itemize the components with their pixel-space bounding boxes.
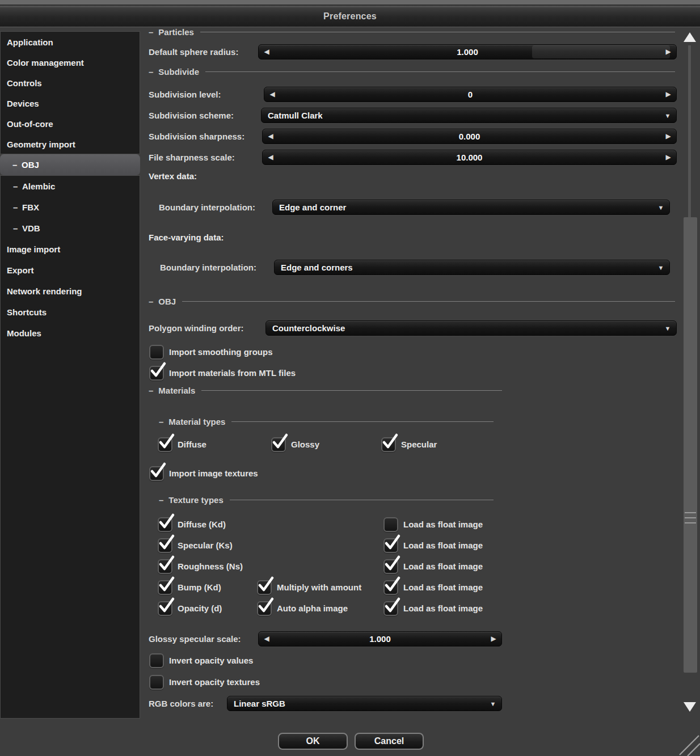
- checkbox-box[interactable]: [149, 675, 164, 690]
- default-sphere-radius-slider[interactable]: ◀ 1.000 ▶: [258, 44, 677, 60]
- slider-increment-icon[interactable]: ▶: [486, 632, 501, 646]
- section-divider: [205, 71, 675, 72]
- checkbox-box[interactable]: [158, 517, 172, 532]
- checkbox-box[interactable]: [271, 437, 286, 452]
- checkbox-texture-roughness-ns[interactable]: Roughness (Ns): [158, 559, 243, 574]
- sidebar-item-devices[interactable]: Devices: [1, 93, 140, 113]
- polygon-winding-order-dropdown[interactable]: Counterclockwise ▼: [265, 320, 677, 336]
- slider-increment-icon[interactable]: ▶: [660, 129, 676, 143]
- checkbox-box[interactable]: [257, 580, 272, 595]
- vertical-scrollbar[interactable]: [678, 27, 700, 719]
- sidebar-item-modules[interactable]: Modules: [1, 323, 140, 344]
- scrollbar-track[interactable]: [688, 45, 691, 217]
- checkmark-icon: [157, 576, 175, 594]
- scrollbar-thumb[interactable]: [684, 217, 697, 673]
- sidebar-item-geometry-import[interactable]: Geometry import: [1, 134, 140, 154]
- checkbox-box[interactable]: [149, 345, 164, 360]
- sidebar-item-network-rendering[interactable]: Network rendering: [1, 281, 140, 302]
- window-resize-grip[interactable]: [676, 732, 700, 756]
- checkbox-opacity-load-float[interactable]: Load as float image: [383, 601, 483, 616]
- slider-thumb[interactable]: [532, 45, 670, 58]
- checkbox-diffuse-load-float[interactable]: Load as float image: [383, 517, 483, 532]
- scroll-down-icon[interactable]: [684, 702, 696, 712]
- checkbox-box[interactable]: [149, 653, 164, 668]
- title-bar[interactable]: Preferences: [0, 6, 700, 27]
- chevron-down-icon[interactable]: ▼: [659, 112, 676, 119]
- slider-decrement-icon[interactable]: ◀: [263, 129, 279, 143]
- checkbox-box[interactable]: [383, 601, 398, 616]
- subdivision-scheme-dropdown[interactable]: Catmull Clark ▼: [261, 108, 677, 123]
- sidebar-item-shortcuts[interactable]: Shortcuts: [1, 302, 140, 323]
- rgb-colors-are-dropdown[interactable]: Linear sRGB ▼: [227, 696, 502, 711]
- sidebar-item-image-import[interactable]: Image import: [1, 239, 140, 260]
- scroll-up-icon[interactable]: [684, 32, 696, 42]
- slider-decrement-icon[interactable]: ◀: [259, 632, 275, 646]
- checkbox-texture-opacity-d[interactable]: Opacity (d): [158, 601, 222, 616]
- sidebar-item-vdb[interactable]: –VDB: [1, 218, 140, 239]
- slider-decrement-icon[interactable]: ◀: [259, 45, 275, 59]
- checkbox-box[interactable]: [149, 466, 164, 481]
- vertex-boundary-interpolation-dropdown[interactable]: Edge and corner ▼: [272, 200, 670, 215]
- chevron-down-icon[interactable]: ▼: [652, 204, 669, 211]
- slider-increment-icon[interactable]: ▶: [660, 150, 676, 164]
- checkbox-box[interactable]: [381, 437, 396, 452]
- face-varying-data-heading: Face-varying data:: [149, 231, 224, 244]
- sidebar-item-controls[interactable]: Controls: [1, 73, 140, 93]
- section-divider: [231, 421, 494, 422]
- checkbox-box[interactable]: [158, 559, 172, 574]
- sidebar-item-alembic[interactable]: –Alembic: [1, 176, 140, 197]
- checkbox-box[interactable]: [158, 538, 172, 553]
- subdivision-level-slider[interactable]: ◀ 0 ▶: [264, 87, 677, 102]
- sidebar-item-obj-selected[interactable]: – OBJ: [0, 154, 140, 175]
- checkbox-import-materials-mtl[interactable]: Import materials from MTL files: [149, 366, 296, 381]
- file-sharpness-scale-slider[interactable]: ◀ 10.000 ▶: [262, 150, 677, 165]
- checkbox-texture-diffuse-kd[interactable]: Diffuse (Kd): [158, 517, 226, 532]
- checkbox-bump-multiply-amount[interactable]: Multiply with amount: [257, 580, 361, 595]
- checkbox-box[interactable]: [383, 559, 398, 574]
- checkbox-material-specular[interactable]: Specular: [381, 437, 437, 452]
- checkbox-roughness-load-float[interactable]: Load as float image: [383, 559, 483, 574]
- subdivision-sharpness-slider[interactable]: ◀ 0.000 ▶: [262, 129, 677, 144]
- checkbox-box[interactable]: [158, 601, 172, 616]
- section-divider: [182, 301, 675, 302]
- checkbox-material-glossy[interactable]: Glossy: [271, 437, 319, 452]
- face-boundary-interpolation-dropdown[interactable]: Edge and corners ▼: [274, 260, 670, 275]
- sidebar-item-export[interactable]: Export: [1, 260, 140, 281]
- checkbox-box[interactable]: [383, 580, 398, 595]
- ok-button[interactable]: OK: [278, 733, 348, 750]
- checkbox-box[interactable]: [149, 366, 164, 381]
- dropdown-value: Catmull Clark: [262, 111, 659, 120]
- sidebar-item-out-of-core[interactable]: Out-of-core: [1, 113, 140, 134]
- slider-increment-icon[interactable]: ▶: [660, 87, 676, 102]
- chevron-down-icon[interactable]: ▼: [652, 264, 669, 271]
- checkbox-import-smoothing-groups[interactable]: Import smoothing groups: [149, 345, 272, 360]
- slider-decrement-icon[interactable]: ◀: [264, 87, 280, 102]
- chevron-down-icon[interactable]: ▼: [484, 700, 501, 707]
- checkbox-bump-load-float[interactable]: Load as float image: [383, 580, 483, 595]
- sidebar-item-fbx[interactable]: –FBX: [1, 197, 140, 218]
- dialog-footer: OK Cancel: [0, 719, 700, 756]
- sidebar-item-color-management[interactable]: Color management: [1, 52, 140, 73]
- checkbox-opacity-auto-alpha[interactable]: Auto alpha image: [257, 601, 348, 616]
- slider-decrement-icon[interactable]: ◀: [263, 150, 279, 164]
- preferences-window: Preferences Application Color management…: [0, 0, 700, 756]
- checkbox-box[interactable]: [158, 580, 172, 595]
- checkbox-material-diffuse[interactable]: Diffuse: [158, 437, 206, 452]
- checkbox-import-image-textures[interactable]: Import image textures: [149, 466, 258, 481]
- checkbox-box[interactable]: [158, 437, 172, 452]
- glossy-specular-scale-slider[interactable]: ◀ 1.000 ▶: [258, 631, 502, 647]
- cancel-button[interactable]: Cancel: [355, 733, 424, 750]
- checkbox-box[interactable]: [383, 538, 398, 553]
- checkbox-box[interactable]: [257, 601, 272, 616]
- checkmark-icon: [383, 555, 401, 573]
- checkbox-texture-specular-ks[interactable]: Specular (Ks): [158, 538, 233, 553]
- checkbox-box[interactable]: [383, 517, 398, 532]
- checkbox-invert-opacity-textures[interactable]: Invert opacity textures: [149, 675, 260, 690]
- sidebar-item-application[interactable]: Application: [1, 32, 140, 52]
- checkmark-icon: [149, 462, 167, 480]
- chevron-down-icon[interactable]: ▼: [659, 325, 676, 332]
- checkmark-icon: [157, 555, 175, 573]
- checkbox-specular-load-float[interactable]: Load as float image: [383, 538, 483, 553]
- checkbox-texture-bump-kd[interactable]: Bump (Kd): [158, 580, 221, 595]
- checkbox-invert-opacity-values[interactable]: Invert opacity values: [149, 653, 253, 668]
